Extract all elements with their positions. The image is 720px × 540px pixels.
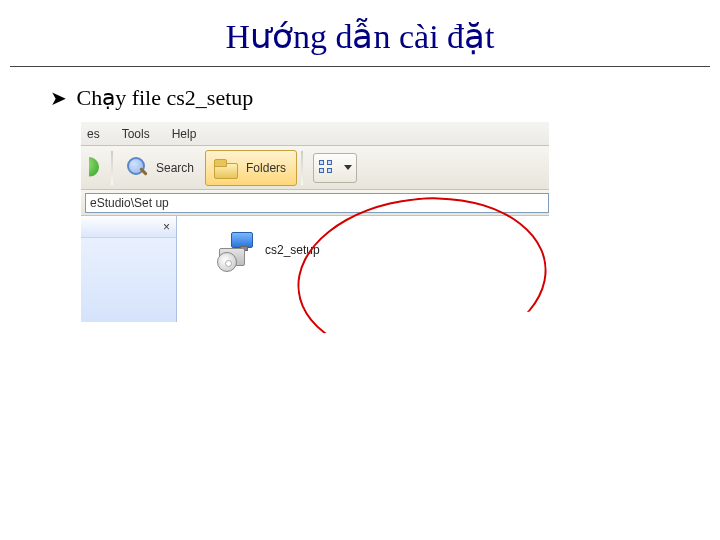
file-item-cs2-setup[interactable]: cs2_setup — [217, 230, 320, 270]
bullet-marker: ➤ — [50, 87, 67, 109]
menu-tools[interactable]: Tools — [122, 127, 150, 141]
menu-item-fragment[interactable]: es — [87, 127, 100, 141]
task-pane: × — [81, 216, 177, 322]
toolbar-divider — [301, 151, 303, 185]
folders-button[interactable]: Folders — [205, 150, 297, 186]
grid-view-icon — [318, 159, 340, 177]
view-button[interactable] — [313, 153, 357, 183]
file-name-label: cs2_setup — [265, 243, 320, 257]
search-label: Search — [156, 161, 194, 175]
bullet-text: Chạy file cs2_setup — [77, 85, 254, 110]
search-icon — [124, 155, 150, 181]
file-list-area: cs2_setup — [177, 216, 549, 320]
explorer-screenshot: es Tools Help Search Folders eStu — [80, 121, 550, 321]
close-icon[interactable]: × — [163, 220, 170, 234]
search-button[interactable]: Search — [117, 150, 205, 186]
address-text: eStudio\Set up — [90, 196, 169, 210]
folder-icon — [212, 155, 240, 181]
menu-help[interactable]: Help — [172, 127, 197, 141]
explorer-toolbar: Search Folders — [81, 146, 549, 190]
chevron-down-icon — [344, 165, 352, 170]
slide-title: Hướng dẫn cài đặt — [0, 0, 720, 66]
address-bar: eStudio\Set up — [81, 190, 549, 216]
task-pane-header: × — [81, 216, 176, 238]
forward-icon[interactable] — [85, 155, 107, 181]
address-input[interactable]: eStudio\Set up — [85, 193, 549, 213]
explorer-menubar: es Tools Help — [81, 122, 549, 146]
installer-icon — [217, 230, 257, 270]
bullet-run-file: ➤ Chạy file cs2_setup — [0, 85, 720, 111]
toolbar-divider — [111, 151, 113, 185]
folders-label: Folders — [246, 161, 286, 175]
title-divider — [10, 66, 710, 67]
